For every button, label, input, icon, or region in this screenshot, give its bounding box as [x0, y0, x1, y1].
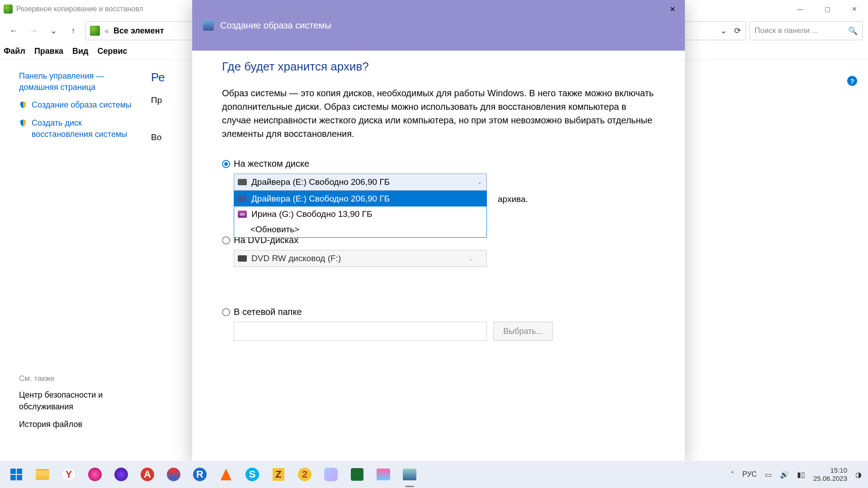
sidebar-home[interactable]: Панель управления — домашняя страница: [19, 70, 132, 93]
help-icon[interactable]: ?: [847, 76, 857, 86]
network-path-input[interactable]: [234, 322, 487, 341]
option-dvd-group: На DVD-дисках DVD RW дисковод (F:) ⌄: [222, 235, 655, 267]
dialog-heading: Где будет хранится архив?: [222, 60, 655, 74]
taskbar-app-z[interactable]: Z: [269, 465, 288, 484]
sidebar: Панель управления — домашняя страница Со…: [0, 60, 140, 461]
choose-button[interactable]: Выбрать...: [493, 322, 553, 341]
sd-card-icon: SD: [238, 211, 247, 218]
taskbar-ccleaner[interactable]: [164, 465, 184, 484]
dropdown-item-label: Ирина (G:) Свободно 13,90 ГБ: [251, 209, 372, 219]
main-line-pr: Пр: [151, 95, 165, 105]
tray-time: 15:10: [813, 466, 847, 474]
dvd-combo[interactable]: DVD RW дисковод (F:) ⌄: [234, 250, 487, 267]
dialog-titlebar: ✕ Создание образа системы: [192, 0, 685, 51]
tray-chat-icon[interactable]: ▭: [765, 470, 772, 479]
up-button[interactable]: ↑: [65, 23, 81, 39]
taskbar-apps: Y A R S Z 2: [6, 465, 420, 484]
search-input[interactable]: Поиск в панели ... 🔍: [750, 21, 863, 40]
dialog-close-button[interactable]: ✕: [660, 0, 685, 18]
shield-icon: [19, 101, 27, 109]
tray-language[interactable]: РУС: [742, 470, 757, 479]
back-button[interactable]: ←: [5, 23, 22, 39]
dropdown-refresh[interactable]: <Обновить>: [234, 222, 486, 237]
menu-file[interactable]: Файл: [4, 47, 25, 56]
dropdown-refresh-label: <Обновить>: [250, 225, 299, 235]
shield-icon: [19, 119, 27, 127]
search-placeholder: Поиск в панели ...: [755, 26, 818, 35]
radio-hdd-label: На жестком диске: [234, 159, 309, 169]
menu-service[interactable]: Сервис: [97, 47, 127, 56]
dialog-body: Где будет хранится архив? Образ системы …: [192, 51, 685, 358]
taskbar-app-green[interactable]: [347, 465, 367, 484]
window-title: Резервное копирование и восстановл: [16, 5, 143, 13]
maximize-button[interactable]: ▢: [814, 0, 841, 18]
taskbar-yandex[interactable]: Y: [59, 465, 79, 484]
taskbar: Y A R S Z 2 ˄ РУС ▭ 🔊 ▮▯ 15:10 25.06.202…: [0, 461, 868, 488]
menu-edit[interactable]: Правка: [34, 47, 63, 56]
close-button[interactable]: ✕: [841, 0, 868, 18]
address-icon: [90, 26, 100, 36]
dvd-combo-value: DVD RW дисковод (F:): [251, 253, 341, 263]
taskbar-app-pink[interactable]: [85, 465, 105, 484]
dropdown-item-irina[interactable]: SD Ирина (G:) Свободно 13,90 ГБ: [234, 206, 486, 222]
hdd-combo-value: Драйвера (E:) Свободно 206,90 ГБ: [251, 177, 390, 187]
main-line-vo: Во: [151, 132, 165, 142]
taskbar-tray: ˄ РУС ▭ 🔊 ▮▯ 15:10 25.06.2023 ◑: [731, 466, 862, 483]
main-content: Ре Пр Во: [140, 60, 176, 461]
page-heading-cut: Ре: [151, 70, 165, 84]
tray-notifications-icon[interactable]: ◑: [855, 470, 862, 479]
archive-hint-tail: архива.: [498, 194, 528, 204]
dialog-description: Образ системы — это копия дисков, необхо…: [222, 86, 655, 141]
option-network-group: В сетевой папке Выбрать...: [222, 307, 655, 341]
see-also-title: См. также: [19, 374, 132, 383]
option-hdd-group: На жестком диске Драйвера (E:) Свободно …: [222, 159, 655, 191]
breadcrumb-chevron: «: [104, 26, 109, 36]
taskbar-control-panel[interactable]: [400, 465, 420, 484]
taskbar-app-image[interactable]: [373, 465, 393, 484]
app-icon: [4, 5, 13, 14]
dvd-drive-icon: [238, 255, 247, 262]
disk-icon: [238, 179, 247, 185]
sidebar-create-recovery[interactable]: Создать диск восстановления системы: [32, 117, 132, 140]
radio-network-indicator: [222, 308, 230, 316]
minimize-button[interactable]: —: [787, 0, 814, 18]
radio-dvd-indicator: [222, 236, 230, 244]
taskbar-app-red[interactable]: A: [137, 465, 157, 484]
taskbar-app-r[interactable]: R: [190, 465, 210, 484]
tray-volume-icon[interactable]: 🔊: [780, 470, 789, 479]
chevron-down-icon: ⌄: [468, 255, 473, 262]
sidebar-file-history[interactable]: История файлов: [19, 419, 132, 430]
search-icon: 🔍: [848, 26, 858, 36]
breadcrumb-item[interactable]: Все элемент: [113, 26, 164, 36]
taskbar-explorer[interactable]: [33, 465, 52, 484]
taskbar-app-purple[interactable]: [111, 465, 131, 484]
radio-network-label: В сетевой папке: [234, 307, 302, 317]
start-button[interactable]: [6, 465, 26, 484]
forward-button[interactable]: →: [25, 23, 42, 39]
tray-battery-icon[interactable]: ▮▯: [797, 470, 805, 479]
menu-view[interactable]: Вид: [72, 47, 89, 56]
tray-date: 25.06.2023: [813, 474, 847, 483]
dialog-title: Создание образа системы: [220, 20, 331, 31]
taskbar-app-2[interactable]: 2: [295, 465, 315, 484]
sidebar-create-image[interactable]: Создание образа системы: [32, 99, 132, 111]
radio-hdd[interactable]: На жестком диске: [222, 159, 655, 169]
taskbar-vlc[interactable]: [216, 465, 236, 484]
window-controls: — ▢ ✕: [787, 0, 868, 18]
sidebar-security-center[interactable]: Центр безопасности и обслуживания: [19, 389, 132, 412]
chevron-down-icon: ⌄: [477, 179, 482, 185]
system-image-dialog: ✕ Создание образа системы Где будет хран…: [192, 0, 685, 461]
radio-hdd-indicator: [222, 160, 230, 168]
tray-chevron-up-icon[interactable]: ˄: [731, 470, 734, 479]
refresh-button[interactable]: ⟳: [734, 26, 741, 36]
history-dropdown[interactable]: ⌄: [45, 23, 61, 39]
taskbar-app-pastel[interactable]: [321, 465, 341, 484]
address-dropdown-icon[interactable]: ⌄: [720, 26, 727, 36]
hdd-dropdown-list: Драйвера (E:) Свободно 206,90 ГБ SD Ирин…: [234, 191, 487, 238]
tray-clock[interactable]: 15:10 25.06.2023: [813, 466, 847, 483]
hdd-combo[interactable]: Драйвера (E:) Свободно 206,90 ГБ ⌄: [234, 174, 487, 191]
taskbar-skype[interactable]: S: [242, 465, 262, 484]
disk-icon: [238, 196, 247, 202]
dropdown-item-drivera[interactable]: Драйвера (E:) Свободно 206,90 ГБ: [234, 191, 486, 206]
radio-network[interactable]: В сетевой папке: [222, 307, 655, 317]
